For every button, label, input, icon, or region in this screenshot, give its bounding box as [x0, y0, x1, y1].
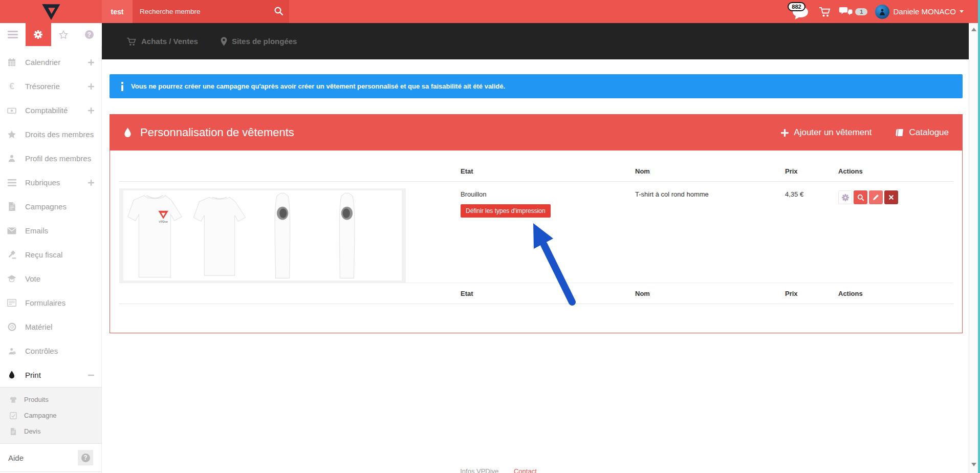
- question-icon: ?: [85, 30, 94, 39]
- sidebar-item-controles[interactable]: Contrôles: [0, 339, 101, 363]
- sidebar-item-label: Reçu fiscal: [25, 250, 94, 259]
- hamburger-icon: [8, 31, 18, 38]
- prix-cell: 4,35 €: [785, 182, 838, 283]
- tab-help[interactable]: ?: [76, 23, 102, 46]
- nav-tab-achats-ventes[interactable]: Achats / Ventes: [126, 37, 198, 46]
- notifications-button[interactable]: 882: [788, 3, 811, 20]
- document-icon: [7, 202, 16, 211]
- tab-menu[interactable]: [0, 23, 26, 46]
- header-actions: 882 1 Daniele MONACO: [788, 0, 964, 23]
- cart-button[interactable]: [819, 6, 831, 17]
- sidebar-item-profil-des-membres[interactable]: Profil des membres: [0, 146, 101, 170]
- scroll-up-arrow-icon[interactable]: [971, 28, 976, 31]
- star-icon: [59, 30, 68, 39]
- sidebar-item-label: Formulaires: [25, 298, 94, 307]
- submenu-item-produits[interactable]: Produits: [0, 392, 101, 407]
- messages-count-badge: 1: [855, 8, 867, 15]
- vertical-scrollbar[interactable]: [969, 23, 978, 473]
- footer-info-text: Infos VPDive: [460, 467, 498, 473]
- expand-plus-icon[interactable]: [88, 107, 94, 114]
- table-header-row: Etat Nom Prix Actions: [119, 167, 953, 182]
- sidebar-item-label: Rubriques: [25, 178, 88, 187]
- graduation-cap-icon: [7, 274, 16, 284]
- submenu-item-campagne[interactable]: Campagne: [0, 407, 101, 423]
- expand-plus-icon[interactable]: [88, 83, 94, 90]
- column-footer-actions: Actions: [838, 283, 953, 304]
- define-print-types-button[interactable]: Définir les types d'impression: [461, 204, 551, 218]
- tshirt-front-image: VPDive: [125, 190, 184, 281]
- sidebar-item-rubriques[interactable]: Rubriques: [0, 170, 101, 195]
- sidebar-item-label: Vote: [25, 274, 94, 283]
- droplet-icon: [123, 127, 132, 138]
- edit-action-button[interactable]: [869, 190, 883, 204]
- sidebar-item-label: Droits des membres: [25, 130, 94, 139]
- sidebar-item-print[interactable]: Print: [0, 363, 101, 387]
- banknote-icon: [7, 106, 16, 115]
- user-menu[interactable]: Daniele MONACO: [875, 5, 964, 19]
- tshirt-side-left-image: [266, 190, 298, 281]
- sidebar-item-recu-fiscal[interactable]: Reçu fiscal: [0, 243, 101, 267]
- document-icon: [9, 427, 17, 435]
- collapse-minus-icon[interactable]: [88, 372, 94, 378]
- catalog-button[interactable]: Catalogue: [895, 127, 949, 138]
- footer-contact-link[interactable]: Contact: [514, 467, 537, 473]
- avatar: [875, 5, 889, 19]
- person-icon: [7, 154, 16, 163]
- nav-tab-label: Achats / Ventes: [141, 37, 198, 46]
- search-input[interactable]: [133, 0, 289, 23]
- nav-tab-sites-plongees[interactable]: Sites de plongées: [221, 37, 297, 46]
- product-images-cell: VPDive: [119, 182, 461, 283]
- sidebar-item-materiel[interactable]: Matériel: [0, 315, 101, 339]
- close-icon: [888, 195, 894, 200]
- messages-button[interactable]: 1: [839, 7, 867, 17]
- euro-icon: €: [7, 82, 16, 91]
- cart-icon: [126, 37, 137, 46]
- sidebar-item-campagnes[interactable]: Campagnes: [0, 195, 101, 219]
- expand-plus-icon[interactable]: [88, 59, 94, 66]
- submenu-item-devis[interactable]: Devis: [0, 423, 101, 439]
- gavel-icon: [7, 250, 16, 260]
- list-icon: [7, 178, 16, 187]
- sidebar-item-droits-des-membres[interactable]: Droits des membres: [0, 122, 101, 146]
- sidebar-item-vote[interactable]: Vote: [0, 267, 101, 291]
- column-footer-etat: Etat: [461, 283, 635, 304]
- tab-favorites[interactable]: [51, 23, 77, 46]
- check-square-icon: [9, 412, 17, 419]
- sidebar-item-formulaires[interactable]: Formulaires: [0, 291, 101, 315]
- sidebar-item-comptabilite[interactable]: Comptabilité: [0, 98, 101, 122]
- info-icon: [121, 82, 124, 91]
- submenu-item-label: Campagne: [24, 412, 92, 419]
- sidebar-tabs: ?: [0, 23, 102, 46]
- search-icon[interactable]: [274, 6, 284, 16]
- panel-title: Personnalisation de vêtements: [140, 126, 294, 139]
- nom-cell: T-shirt à col rond homme: [635, 182, 785, 283]
- delete-action-button[interactable]: [884, 190, 898, 204]
- module-nav: Achats / Ventes Sites de plongées: [102, 23, 969, 59]
- sidebar-item-emails[interactable]: Emails: [0, 219, 101, 243]
- column-header-actions: Actions: [838, 167, 953, 182]
- notifications-count-badge: 882: [788, 2, 805, 11]
- column-header-nom: Nom: [635, 167, 785, 182]
- sidebar-item-label: Trésorerie: [25, 82, 88, 91]
- expand-plus-icon[interactable]: [88, 180, 94, 186]
- sidebar-item-label: Print: [25, 371, 88, 379]
- view-action-button[interactable]: [854, 190, 867, 204]
- panel-body: Etat Nom Prix Actions: [110, 150, 962, 304]
- sidebar-item-calendrier[interactable]: Calendrier: [0, 50, 101, 74]
- sidebar-item-label: Campagnes: [25, 202, 94, 211]
- help-button[interactable]: ?: [78, 450, 93, 465]
- plus-icon: [781, 129, 789, 137]
- product-images[interactable]: VPDive: [119, 188, 406, 283]
- sidebar-item-tresorerie[interactable]: € Trésorerie: [0, 74, 101, 98]
- add-garment-button[interactable]: Ajouter un vêtement: [781, 127, 872, 138]
- settings-action-button[interactable]: [838, 190, 852, 204]
- product-logo-text: VPDive: [159, 220, 168, 223]
- submenu-item-label: Devis: [24, 427, 92, 435]
- tab-settings[interactable]: [26, 23, 51, 46]
- sidebar-item-label: Calendrier: [25, 58, 88, 67]
- brand-logo[interactable]: [0, 0, 102, 23]
- environment-label[interactable]: test: [102, 0, 133, 23]
- chat-bubbles-icon: [839, 7, 853, 17]
- scroll-down-arrow-icon[interactable]: [971, 463, 976, 466]
- column-footer-prix: Prix: [785, 283, 838, 304]
